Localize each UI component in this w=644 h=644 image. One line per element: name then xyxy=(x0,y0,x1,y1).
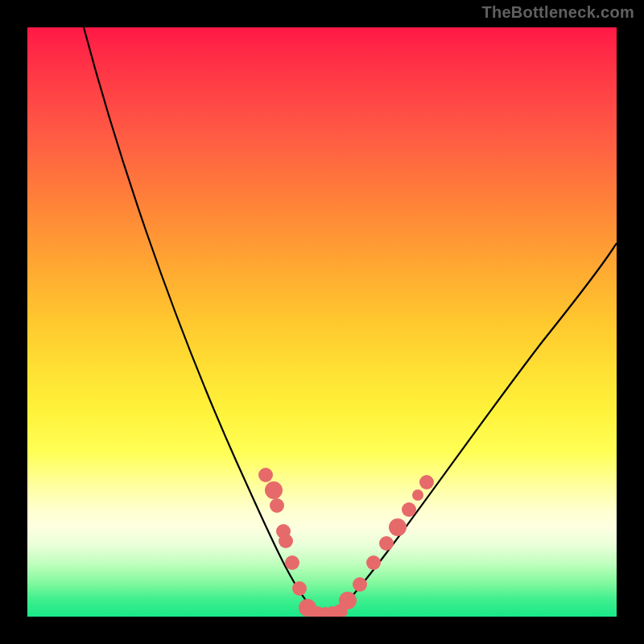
plot-area xyxy=(27,27,617,617)
curve-marker xyxy=(379,536,394,551)
curve-marker xyxy=(402,502,416,517)
chart-frame: TheBottleneck.com xyxy=(0,0,644,644)
watermark-text: TheBottleneck.com xyxy=(481,3,634,22)
curve-marker xyxy=(279,534,293,548)
curve-marker xyxy=(389,518,407,536)
curve-marker xyxy=(258,468,273,482)
curve-marker xyxy=(292,581,307,596)
curve-marker xyxy=(285,555,299,570)
curve-marker xyxy=(339,592,357,609)
curve-marker xyxy=(412,489,423,501)
curve-marker xyxy=(419,475,434,489)
bottleneck-curve xyxy=(27,27,617,617)
curve-marker xyxy=(353,577,367,592)
curve-marker xyxy=(366,555,381,570)
curve-marker xyxy=(270,498,284,513)
curve-marker xyxy=(265,481,283,499)
